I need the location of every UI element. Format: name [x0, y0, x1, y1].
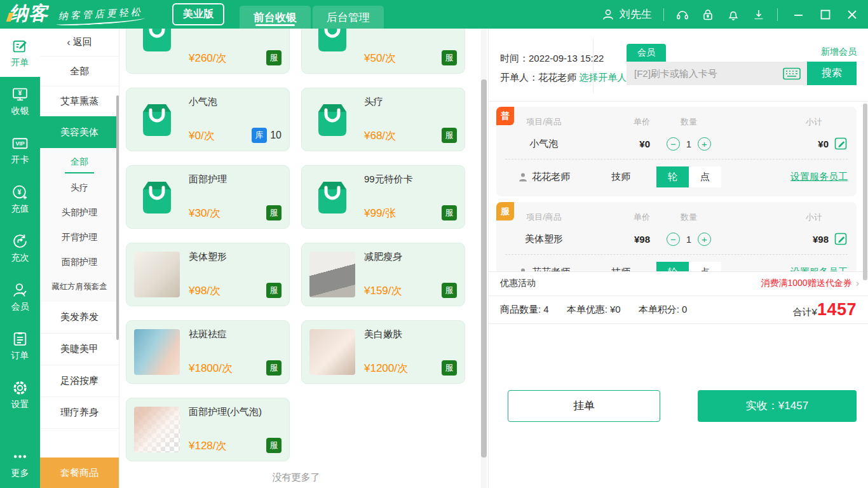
edition-button[interactable]: 美业版	[172, 3, 224, 25]
product-bag-icon	[134, 97, 180, 142]
tab-back-manage[interactable]: 后台管理	[313, 6, 384, 29]
tab-front-cashier[interactable]: 前台收银	[240, 6, 311, 29]
maximize-button[interactable]	[818, 8, 832, 22]
nav-item-orders[interactable]: 订单	[0, 322, 40, 370]
toggle-rotation[interactable]: 轮	[656, 166, 689, 187]
close-button[interactable]	[845, 8, 859, 22]
promo-row: 优惠活动 消费满1000赠送代金券 ›	[489, 271, 868, 295]
package-products-button[interactable]: 套餐商品	[40, 458, 119, 488]
add-member-link[interactable]: 新增会员	[821, 46, 857, 58]
category-item[interactable]: 理疗养身	[40, 397, 119, 429]
promo-link[interactable]: 消费满1000赠送代金券 ›	[761, 278, 859, 289]
cart-item-subtotal: ¥98	[813, 234, 829, 245]
service-badge: 服	[442, 128, 457, 143]
decrease-qty-button[interactable]: −	[667, 137, 680, 151]
product-card[interactable]: ¥260/次 服	[126, 29, 290, 74]
hold-order-button[interactable]: 挂单	[508, 390, 660, 422]
promo-label: 优惠活动	[500, 278, 536, 289]
lock-icon[interactable]	[701, 8, 715, 22]
product-photo	[134, 407, 180, 452]
choose-operator-link[interactable]: 选择开单人	[579, 72, 627, 83]
nav-item-open-order[interactable]: 开单	[0, 29, 40, 77]
product-card[interactable]: ¥50/次 服	[301, 29, 465, 74]
product-name: 美体塑形	[189, 251, 281, 263]
decrease-qty-button[interactable]: −	[667, 233, 680, 246]
item-type-badge: 普	[496, 107, 514, 125]
stock-count: 10	[270, 130, 281, 141]
product-price: ¥68/次	[364, 128, 396, 143]
total-amount: 1457	[817, 300, 857, 320]
chevron-left-icon: ‹	[67, 36, 71, 49]
service-badge: 服	[266, 283, 281, 298]
category-item[interactable]: 艾草熏蒸	[40, 86, 119, 116]
product-card[interactable]: 头疗 ¥68/次 服	[301, 88, 465, 151]
edit-price-icon[interactable]	[834, 137, 848, 151]
product-price: ¥260/次	[189, 51, 227, 65]
svg-text:¥: ¥	[18, 90, 22, 97]
edit-price-icon[interactable]	[834, 232, 848, 246]
user-menu[interactable]: 刘先生	[601, 7, 652, 22]
divider	[505, 159, 848, 159]
subcategory-item[interactable]: 头部护理	[40, 200, 119, 225]
subcategory-list: 全部 头疗 头部护理 开背护理 面部护理 藏红方肩颈套盒	[40, 148, 119, 302]
product-card[interactable]: 减肥瘦身 ¥159/次 服	[301, 243, 465, 306]
subcategory-item[interactable]: 藏红方肩颈套盒	[40, 274, 119, 299]
titlebar-right: 刘先生	[601, 7, 868, 22]
staff-role: 技师	[592, 266, 650, 271]
category-item[interactable]: 美发养发	[40, 302, 119, 334]
cart-item-name: 小气泡	[496, 138, 592, 150]
nav-item-recharge[interactable]: ¥ 充值	[0, 175, 40, 224]
card-search-box	[627, 62, 807, 85]
subcategory-item[interactable]: 头疗	[40, 175, 119, 200]
assign-mode-toggle: 轮 点	[650, 166, 728, 187]
minimize-button[interactable]	[792, 8, 806, 22]
product-card[interactable]: 99元特价卡 ¥99/张 服	[301, 165, 465, 229]
category-scrollbar[interactable]	[116, 95, 119, 340]
titlebar: 纳客 纳客管店更轻松 美业版 前台收银 后台管理 刘先生	[0, 0, 868, 29]
nav-item-more[interactable]: 更多	[0, 439, 40, 488]
toggle-rotation[interactable]: 轮	[656, 262, 689, 271]
category-item-active[interactable]: 美容美体	[40, 116, 119, 148]
increase-qty-button[interactable]: +	[698, 233, 711, 246]
category-all[interactable]: 全部	[40, 57, 119, 86]
nav-item-refill-times[interactable]: 充次	[0, 224, 40, 273]
nav-item-settings[interactable]: 设置	[0, 370, 40, 419]
summary-discount: 本单优惠: ¥0	[567, 304, 621, 316]
nav-item-members[interactable]: 会员	[0, 273, 40, 322]
set-staff-link[interactable]: 设置服务员工	[790, 266, 848, 271]
bell-icon[interactable]	[726, 8, 740, 22]
category-item[interactable]: 美睫美甲	[40, 334, 119, 365]
product-card[interactable]: 面部护理 ¥30/次 服	[126, 165, 290, 229]
product-card[interactable]: 美体塑形 ¥98/次 服	[126, 243, 290, 306]
nav-item-vip-card[interactable]: VIP 开卡	[0, 126, 40, 175]
back-button[interactable]: ‹ 返回	[40, 29, 119, 57]
subcategory-item[interactable]: 面部护理	[40, 250, 119, 274]
keyboard-icon[interactable]	[783, 67, 801, 80]
product-card[interactable]: 祛斑祛痘 ¥1800/次 服	[126, 320, 290, 384]
search-button[interactable]: 搜索	[807, 62, 857, 85]
member-tab[interactable]: 会员	[627, 44, 666, 62]
nav-item-cashier[interactable]: ¥ 收银	[0, 77, 40, 126]
headset-icon[interactable]	[675, 8, 689, 22]
order-total: 合计¥ 1457	[793, 300, 857, 320]
vip-card-icon: VIP	[11, 135, 29, 152]
subcategory-item[interactable]: 开背护理	[40, 225, 119, 250]
product-name: 美白嫩肤	[364, 329, 457, 341]
staff-name: 花花老师	[496, 266, 592, 271]
product-card[interactable]: 小气泡 ¥0/次 库 10	[126, 88, 290, 151]
card-search-input[interactable]	[634, 68, 783, 79]
increase-qty-button[interactable]: +	[698, 137, 711, 151]
product-scrollbar[interactable]	[481, 79, 487, 458]
subcategory-all[interactable]: 全部	[40, 148, 119, 175]
category-item[interactable]: 足浴按摩	[40, 365, 119, 397]
service-badge: 服	[442, 205, 457, 220]
toggle-appointed[interactable]: 点	[689, 262, 721, 271]
toggle-appointed[interactable]: 点	[689, 166, 721, 187]
checkout-button[interactable]: 实收：¥1457	[698, 390, 857, 422]
product-card[interactable]: 面部护理(小气泡) ¥128/次 服	[126, 398, 290, 461]
cart-scrollbar[interactable]	[863, 104, 867, 280]
set-staff-link[interactable]: 设置服务员工	[790, 171, 848, 183]
download-icon[interactable]	[752, 8, 766, 22]
product-card[interactable]: 美白嫩肤 ¥1200/次 服	[301, 320, 465, 384]
product-price: ¥1200/次	[364, 361, 408, 376]
